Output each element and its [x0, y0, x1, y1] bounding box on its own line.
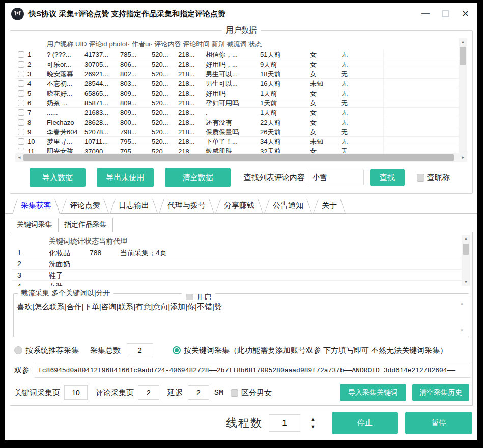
- keyword-row[interactable]: 2 洗面奶: [12, 258, 462, 270]
- row-checkbox[interactable]: [18, 109, 24, 116]
- vertical-scrollbar[interactable]: ▲: [459, 38, 467, 153]
- export-unused-button[interactable]: 导出未使用: [97, 168, 154, 187]
- stepper-up-icon[interactable]: ▲: [307, 417, 319, 422]
- cell-author-uid: 218...: [178, 117, 206, 127]
- cell-time: 16天前: [260, 79, 310, 88]
- table-row[interactable]: 1 ? (???... 41737... 785... 520... 218..…: [15, 50, 459, 59]
- pause-button[interactable]: 暂停: [405, 412, 472, 434]
- keyword-row[interactable]: 1 化妆品 788 当前采集；4页: [12, 247, 462, 258]
- table-header: 用户昵称UID评论idphotoI·作者ui·评论内容评论时间新别截流词状态: [15, 38, 459, 50]
- table-row[interactable]: 5 晓花好... 65865... 809... 520... 218... 好…: [15, 88, 459, 98]
- keyword-scrollbar[interactable]: ▲ ▼: [462, 235, 470, 286]
- kw-proxy: [199, 281, 462, 286]
- find-button[interactable]: 查找: [370, 169, 405, 186]
- maximize-icon[interactable]: [442, 10, 449, 17]
- cell-comment: 男生可以...: [206, 79, 260, 88]
- main-tab[interactable]: 关于: [313, 199, 346, 214]
- cell-gender: 未知: [310, 137, 341, 146]
- stop-button[interactable]: 停止: [332, 412, 398, 434]
- scroll-up-icon[interactable]: ▲: [459, 38, 467, 46]
- search-input[interactable]: [309, 170, 364, 185]
- row-checkbox[interactable]: [18, 129, 24, 135]
- cell-intercept-word: 无: [341, 98, 383, 107]
- main-tab[interactable]: 日志输出: [110, 199, 158, 214]
- cell-intercept-word: 无: [341, 88, 383, 98]
- kw-index: 4: [12, 281, 49, 286]
- main-tab[interactable]: 评论点赞: [61, 199, 109, 214]
- search-label: 查找列表评论内容: [244, 173, 305, 183]
- kw-scroll-down-icon[interactable]: ▼: [462, 278, 470, 286]
- total-count-input[interactable]: [127, 343, 153, 357]
- cell-nickname: FIechazo: [47, 117, 84, 127]
- sub-tab[interactable]: 指定作品采集: [58, 218, 113, 232]
- scroll-left-icon[interactable]: ◄: [15, 155, 23, 160]
- scroll-thumb[interactable]: [460, 47, 466, 65]
- cell-comment-id: 809...: [120, 108, 152, 117]
- table-row[interactable]: 6 奶茶 ... 85871... 809... 520... 218... 孕…: [15, 98, 459, 108]
- row-checkbox[interactable]: [18, 61, 24, 68]
- textarea-scrollbar[interactable]: ▲ ▼: [458, 301, 466, 333]
- check-nickname-checkbox[interactable]: [417, 174, 424, 182]
- table-row[interactable]: 4 不忘初... 28544... 803... 520... 218... 男…: [15, 79, 459, 88]
- row-index: 7: [27, 108, 31, 117]
- table-row[interactable]: 3 晚安落幕 26921... 802... 520... 218... 男生可…: [15, 69, 459, 79]
- table-row[interactable]: 11 阳光女孩 37090... 795... 520... 218... 敏感…: [15, 146, 459, 153]
- cell-nickname: 晓花好...: [47, 88, 84, 98]
- clear-history-button[interactable]: 清空采集历史: [412, 384, 469, 401]
- cell-photo-id: 520...: [152, 59, 178, 69]
- table-row[interactable]: 8 FIechazo 28628... 800... 520... 218...…: [15, 117, 459, 127]
- import-data-button[interactable]: 导入数据: [30, 168, 86, 187]
- row-checkbox[interactable]: [18, 51, 24, 58]
- main-tab[interactable]: 代理与拨号: [159, 199, 214, 214]
- kw-pages-input[interactable]: [64, 385, 88, 400]
- sub-tab[interactable]: 关键词采集: [11, 218, 59, 232]
- gender-filter-checkbox[interactable]: [231, 389, 238, 397]
- table-row[interactable]: 9 李春芳604 52078... 798... 520... 218... 保…: [15, 127, 459, 137]
- cell-nickname: 李春芳604: [47, 127, 84, 136]
- main-tab[interactable]: 采集获客: [12, 199, 60, 214]
- textarea-scroll-down-icon[interactable]: ▼: [460, 328, 464, 333]
- cell-status: [383, 59, 459, 69]
- main-tab[interactable]: 公告通知: [264, 199, 312, 214]
- import-keywords-button[interactable]: 导入采集关键词: [340, 384, 406, 401]
- kw-count: 788: [90, 247, 120, 258]
- thread-count-input[interactable]: [269, 414, 300, 432]
- keyword-row[interactable]: 3 鞋子: [12, 270, 462, 281]
- row-checkbox[interactable]: [18, 90, 24, 97]
- kw-scroll-up-icon[interactable]: ▲: [462, 235, 470, 243]
- horizontal-scrollbar[interactable]: ◄ ►: [15, 153, 467, 162]
- clear-data-button[interactable]: 清空数据: [165, 168, 231, 187]
- row-checkbox[interactable]: [18, 148, 24, 153]
- cell-nickname: 不忘初...: [47, 79, 84, 88]
- table-row[interactable]: 2 可乐or... 30705... 806... 520... 218... …: [15, 59, 459, 69]
- main-tab[interactable]: 分享赚钱: [215, 199, 263, 214]
- row-checkbox[interactable]: [18, 80, 24, 87]
- row-checkbox[interactable]: [18, 138, 24, 145]
- cell-comment: 敏感肌肤: [206, 146, 260, 153]
- system-recommend-radio[interactable]: [14, 346, 22, 354]
- delay-input[interactable]: [188, 385, 209, 400]
- cell-intercept-word: 无: [341, 137, 383, 146]
- kw-keyword: 化妆品: [49, 247, 90, 258]
- scroll-right-icon[interactable]: ►: [459, 155, 467, 160]
- table-row[interactable]: 10 梦里寻... 10711... 795... 520... 218... …: [15, 137, 459, 146]
- kw-proxy: [199, 270, 462, 280]
- textarea-scroll-up-icon[interactable]: ▲: [460, 301, 464, 306]
- stepper-down-icon[interactable]: ▼: [307, 425, 319, 429]
- dual-param-input[interactable]: [35, 363, 470, 378]
- hscroll-thumb[interactable]: [23, 154, 454, 161]
- table-row[interactable]: 7 ...... 21683... 809... 520... 218... .…: [15, 108, 459, 117]
- row-checkbox[interactable]: [18, 100, 24, 106]
- row-checkbox[interactable]: [18, 119, 24, 126]
- by-keyword-radio[interactable]: [173, 346, 181, 354]
- kw-scroll-thumb[interactable]: [463, 244, 469, 255]
- cell-photo-id: 520...: [152, 137, 178, 146]
- keyword-row[interactable]: 4 女装: [12, 281, 462, 286]
- comment-pages-input[interactable]: [138, 385, 159, 400]
- cell-author-uid: 218...: [178, 98, 206, 107]
- row-index: 6: [27, 98, 31, 107]
- minimize-icon[interactable]: —: [421, 10, 430, 17]
- intercept-keywords-input[interactable]: 喜欢|怎么联系|合作|下单|咨询|联系|有意|意向|添加|你|不错|赞: [16, 300, 467, 332]
- close-icon[interactable]: ✕: [462, 10, 469, 18]
- row-checkbox[interactable]: [18, 71, 24, 77]
